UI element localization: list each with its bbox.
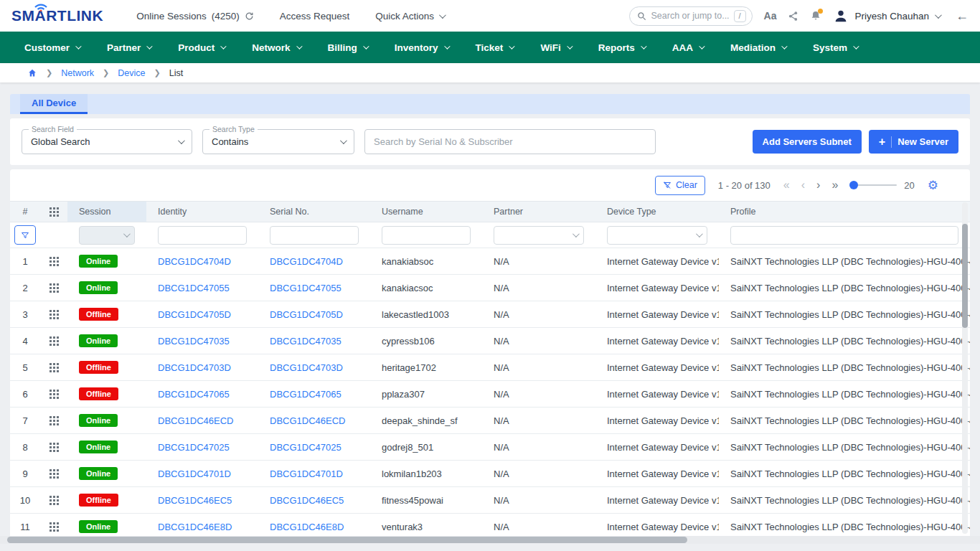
breadcrumb: ❯ Network ❯ Device ❯ List	[0, 63, 980, 83]
serial-filter-input[interactable]	[270, 226, 359, 245]
new-server-button[interactable]: + New Server	[869, 130, 958, 154]
nav-item-aaa[interactable]: AAA	[672, 42, 703, 53]
serial-link[interactable]: DBCG1DC4705D	[258, 309, 370, 320]
identity-link[interactable]: DBCG1DC4705D	[146, 309, 258, 320]
breadcrumb-network[interactable]: Network	[61, 68, 94, 78]
next-page-button[interactable]: ›	[816, 179, 820, 191]
back-arrow-icon[interactable]: ←	[956, 9, 969, 24]
nav-item-network[interactable]: Network	[252, 42, 300, 53]
tab-all-device[interactable]: All Device	[20, 94, 88, 114]
serial-link[interactable]: DBCG1DC46ECD	[258, 415, 370, 426]
table-row: 3 Offline DBCG1DC4705D DBCG1DC4705D lake…	[10, 301, 970, 328]
identity-filter-input[interactable]	[158, 226, 247, 245]
header-profile[interactable]: Profile	[719, 207, 970, 217]
identity-link[interactable]: DBCG1DC46EC5	[146, 495, 258, 506]
serial-link[interactable]: DBCG1DC47035	[258, 336, 370, 347]
partner-filter-select[interactable]	[494, 226, 584, 245]
online-sessions-link[interactable]: Online Sessions (4250)	[136, 11, 254, 22]
serial-link[interactable]: DBCG1DC47025	[258, 442, 370, 453]
nav-item-system[interactable]: System	[813, 42, 857, 53]
nav-item-product[interactable]: Product	[178, 42, 225, 53]
row-filter-button[interactable]	[14, 225, 36, 245]
slider-track[interactable]	[851, 184, 897, 186]
share-icon[interactable]	[788, 11, 798, 22]
table-settings-gear-icon[interactable]: ⚙	[928, 179, 938, 192]
nav-item-partner[interactable]: Partner	[107, 42, 151, 53]
horizontal-scrollbar[interactable]	[0, 536, 980, 544]
user-menu[interactable]: Priyesh Chauhan	[833, 8, 940, 24]
horizontal-scrollbar-thumb[interactable]	[7, 537, 687, 543]
table-row: 10 Offline DBCG1DC46EC5 DBCG1DC46EC5 fit…	[10, 487, 970, 514]
header-username[interactable]: Username	[370, 207, 482, 217]
table-row: 4 Online DBCG1DC47035 DBCG1DC47035 cypre…	[10, 328, 970, 354]
row-drag-handle-grid-icon[interactable]	[40, 363, 67, 372]
serial-subscriber-search-input[interactable]	[364, 129, 656, 154]
clear-filters-button[interactable]: Clear	[655, 176, 705, 195]
last-page-button[interactable]: »	[831, 179, 838, 191]
row-drag-handle-grid-icon[interactable]	[40, 390, 67, 399]
serial-link[interactable]: DBCG1DC47065	[258, 389, 370, 400]
header-device-type[interactable]: Device Type	[595, 207, 719, 217]
row-drag-handle-grid-icon[interactable]	[40, 469, 67, 479]
identity-link[interactable]: DBCG1DC4704D	[146, 256, 258, 267]
session-status-badge: Online	[79, 281, 118, 294]
identity-link[interactable]: DBCG1DC47035	[146, 336, 258, 347]
row-drag-handle-grid-icon[interactable]	[40, 416, 67, 425]
nav-item-billing[interactable]: Billing	[328, 42, 367, 53]
global-search-input[interactable]: Search or jump to... /	[629, 6, 753, 26]
notifications-bell-icon[interactable]	[810, 10, 821, 22]
quick-actions-menu[interactable]: Quick Actions	[375, 11, 444, 22]
home-icon[interactable]	[27, 68, 37, 77]
serial-link[interactable]: DBCG1DC46EC5	[258, 495, 370, 506]
identity-link[interactable]: DBCG1DC46E8D	[146, 522, 258, 532]
header-partner[interactable]: Partner	[482, 207, 595, 217]
logo-text: SMARTLINK	[11, 7, 103, 24]
nav-item-mediation[interactable]: Mediation	[730, 42, 786, 53]
serial-link[interactable]: DBCG1DC4701D	[258, 468, 370, 479]
slider-handle[interactable]	[849, 181, 858, 189]
serial-link[interactable]: DBCG1DC4703D	[258, 362, 370, 373]
identity-link[interactable]: DBCG1DC4703D	[146, 362, 258, 373]
identity-link[interactable]: DBCG1DC47065	[146, 389, 258, 400]
username-cell: godrej8_501	[370, 442, 482, 453]
username-filter-input[interactable]	[382, 226, 471, 245]
nav-item-ticket[interactable]: Ticket	[476, 42, 514, 53]
row-drag-handle-grid-icon[interactable]	[40, 257, 67, 266]
previous-page-button[interactable]: ‹	[801, 179, 805, 191]
vertical-scrollbar[interactable]	[962, 202, 968, 534]
nav-item-wifi[interactable]: WiFi	[540, 42, 570, 53]
add-servers-subnet-button[interactable]: Add Servers Subnet	[753, 130, 862, 154]
search-field-select[interactable]: Search Field Global Search	[22, 129, 192, 154]
row-drag-handle-grid-icon[interactable]	[40, 443, 67, 452]
breadcrumb-device[interactable]: Device	[118, 68, 145, 78]
nav-item-customer[interactable]: Customer	[24, 42, 80, 53]
device-type-filter-select[interactable]	[607, 226, 707, 245]
row-drag-handle-grid-icon[interactable]	[40, 310, 67, 319]
serial-link[interactable]: DBCG1DC4704D	[258, 256, 370, 267]
vertical-scrollbar-thumb[interactable]	[962, 224, 968, 328]
nav-item-reports[interactable]: Reports	[598, 42, 645, 53]
refresh-icon[interactable]	[245, 11, 254, 21]
font-size-toggle[interactable]: Aa	[764, 10, 777, 22]
row-drag-handle-grid-icon[interactable]	[40, 522, 67, 532]
identity-link[interactable]: DBCG1DC46ECD	[146, 415, 258, 426]
serial-link[interactable]: DBCG1DC47055	[258, 283, 370, 293]
session-status-badge: Offline	[79, 308, 118, 321]
header-identity[interactable]: Identity	[146, 207, 258, 217]
header-serial[interactable]: Serial No.	[258, 207, 370, 217]
header-session[interactable]: Session	[67, 202, 146, 222]
session-filter-select[interactable]	[79, 226, 135, 245]
profile-cell: SaiNXT Technologies LLP (DBC Technologie…	[719, 389, 970, 400]
identity-link[interactable]: DBCG1DC4701D	[146, 468, 258, 479]
access-request-link[interactable]: Access Request	[280, 11, 350, 22]
identity-link[interactable]: DBCG1DC47025	[146, 442, 258, 453]
first-page-button[interactable]: «	[783, 179, 790, 191]
identity-link[interactable]: DBCG1DC47055	[146, 283, 258, 293]
row-drag-handle-grid-icon[interactable]	[40, 336, 67, 346]
nav-item-inventory[interactable]: Inventory	[395, 42, 448, 53]
profile-filter-input[interactable]	[730, 226, 958, 245]
serial-link[interactable]: DBCG1DC46E8D	[258, 522, 370, 532]
search-type-select[interactable]: Search Type Contains	[202, 129, 354, 154]
row-drag-handle-grid-icon[interactable]	[40, 496, 67, 505]
row-drag-handle-grid-icon[interactable]	[40, 283, 67, 293]
